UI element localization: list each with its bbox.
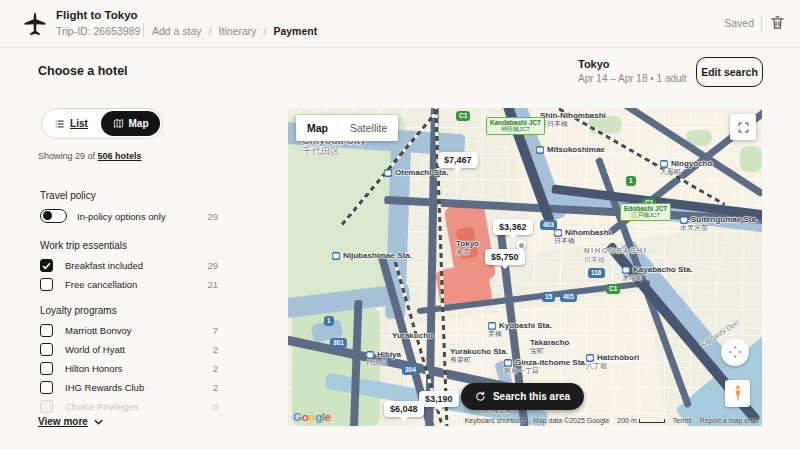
- map-attribution: Keyboard shortcuts Map data ©2025 Google…: [465, 417, 759, 424]
- checkbox[interactable]: [40, 362, 53, 375]
- map-label-subtext: 銀座一丁目: [504, 367, 587, 375]
- map-label-subtext: 水天宮前: [680, 224, 758, 232]
- hotel-price-marker-3-190[interactable]: $3,190: [419, 391, 459, 407]
- route-shield-c1: C1: [606, 284, 620, 294]
- results-link[interactable]: 506 hotels: [98, 151, 142, 161]
- map-label-subtext: 東京: [456, 248, 479, 256]
- metro-icon: M: [586, 354, 594, 362]
- map-label-text: MGinza-itchome Sta.: [504, 358, 587, 367]
- map-label-text: Takaracho: [530, 338, 569, 347]
- map-label-subtext: 日本橋: [584, 256, 648, 264]
- page: Flight to Tokyo Trip-ID: 26653989 Add a …: [0, 0, 800, 449]
- pegman-control[interactable]: [725, 380, 750, 407]
- map-label-text: Yurakucho Sta.: [450, 347, 508, 356]
- hotel-price-marker-6-048[interactable]: $6,048: [384, 401, 424, 417]
- plane-icon: [22, 11, 48, 37]
- filter-row-world-of-hyatt[interactable]: World of Hyatt2: [40, 340, 218, 359]
- map-type-map-button[interactable]: Map: [296, 115, 339, 141]
- filter-label: World of Hyatt: [65, 344, 125, 355]
- filter-row-hilton-honors[interactable]: Hilton Honors2: [40, 359, 218, 378]
- map-label-hatch-bori: MHatchōbori八丁堀: [586, 353, 639, 370]
- map-label-text: MHibiya: [366, 350, 401, 359]
- metro-icon: M: [680, 216, 688, 224]
- view-more-link[interactable]: View more: [38, 416, 103, 427]
- map-label-edobashi-jct: Edobashi JCT江戸橋JCT: [620, 203, 671, 221]
- filter-count: 7: [213, 325, 218, 336]
- map-type-satellite-button[interactable]: Satellite: [339, 115, 398, 141]
- loyalty-heading: Loyalty programs: [40, 305, 117, 316]
- pan-control[interactable]: [721, 338, 749, 366]
- filter-count: 21: [207, 279, 218, 290]
- google-logo-letter: g: [315, 411, 322, 423]
- map-label-text: Yurakucho: [392, 331, 433, 340]
- metro-icon: M: [366, 351, 374, 359]
- work-trip-heading: Work trip essentials: [40, 240, 127, 251]
- results-prefix: Showing 29 of: [38, 151, 98, 161]
- trip-id: Trip-ID: 26653989: [56, 25, 140, 37]
- in-policy-count: 29: [207, 211, 218, 222]
- chevron-down-icon: [94, 419, 103, 425]
- filter-row-choice-privileges[interactable]: Choice Privileges0: [40, 397, 218, 416]
- hotel-price-marker-3-362[interactable]: $3,362: [493, 219, 533, 235]
- map-label-takaracho: Takaracho宝町: [530, 338, 569, 355]
- search-this-area-button[interactable]: Search this area: [461, 383, 584, 410]
- map-label-text: MNingyōchō: [660, 159, 712, 168]
- route-shield-c1: C1: [456, 111, 470, 121]
- hotel-price-marker-7-467[interactable]: $7,467: [438, 152, 478, 168]
- metro-icon: M: [384, 169, 392, 177]
- work-trip-filters: Breakfast included29Free cancellation21: [40, 256, 218, 294]
- breadcrumb-item-payment[interactable]: Payment: [273, 25, 317, 37]
- view-more-label: View more: [38, 416, 88, 427]
- map-label-otemachi-sta: MOtemachi Sta.: [384, 168, 448, 177]
- terms-link[interactable]: Terms: [673, 417, 692, 424]
- checkbox[interactable]: [40, 381, 53, 394]
- map-label-subtext: 新日本橋: [540, 120, 606, 128]
- filter-row-breakfast-included[interactable]: Breakfast included29: [40, 256, 218, 275]
- google-logo: Google: [293, 411, 331, 423]
- divider: [143, 23, 144, 38]
- map-label-text: Tokyo: [456, 239, 479, 248]
- map-label-text: Shin-Nihombashi: [540, 111, 606, 120]
- filter-row-ihg-rewards-club[interactable]: IHG Rewards Club2: [40, 378, 218, 397]
- map-canvas[interactable]: Chiyoda City千代田区MOtemachi Sta.MNijubashi…: [288, 108, 762, 426]
- filter-count: 2: [213, 382, 218, 393]
- map-view-label: Map: [129, 118, 149, 129]
- trash-icon[interactable]: [769, 14, 786, 32]
- map-scale: 200 m: [617, 417, 664, 424]
- list-view-button[interactable]: List: [42, 118, 100, 129]
- map-park: [740, 146, 762, 172]
- filter-count: 2: [213, 363, 218, 374]
- map-label-subtext: 日比谷: [366, 359, 401, 367]
- checkbox[interactable]: [40, 259, 53, 272]
- edit-search-button[interactable]: Edit search: [696, 57, 763, 87]
- map-label-text: MSuitengumae Sta.: [680, 215, 758, 224]
- in-policy-toggle[interactable]: [40, 209, 67, 223]
- map-label-text: MMitsukoshimae: [536, 145, 605, 154]
- checkbox[interactable]: [40, 400, 53, 413]
- checkbox[interactable]: [40, 324, 53, 337]
- map-icon: [113, 118, 124, 129]
- map-label-text: Kandabashi JCT: [490, 119, 541, 126]
- hotel-price-marker-5-750[interactable]: $5,750: [485, 249, 525, 265]
- keyboard-shortcuts-link[interactable]: Keyboard shortcuts: [465, 417, 525, 424]
- breadcrumb-item-itinerary[interactable]: Itinerary: [219, 25, 257, 37]
- divider: [761, 16, 762, 32]
- map-label-subtext: 宝町: [530, 347, 569, 355]
- checkbox[interactable]: [40, 278, 53, 291]
- pegman-icon: [732, 385, 744, 402]
- map-label-suitengumae-sta: MSuitengumae Sta.水天宮前: [680, 215, 758, 232]
- results-summary: Showing 29 of 506 hotels: [38, 151, 142, 161]
- checkbox[interactable]: [40, 343, 53, 356]
- map-data-label: Map data ©2025 Google: [533, 417, 609, 424]
- breadcrumb: Add a stay/Itinerary/Payment: [152, 25, 317, 37]
- map-view-button[interactable]: Map: [101, 111, 160, 136]
- list-icon: [54, 119, 65, 129]
- breadcrumb-item-add-a-stay[interactable]: Add a stay: [152, 25, 202, 37]
- map-label-subtext: 千代田区: [302, 146, 366, 157]
- fullscreen-button[interactable]: [730, 114, 756, 140]
- map-label-subtext: 八丁堀: [586, 362, 639, 370]
- report-map-error-link[interactable]: Report a map error: [700, 417, 759, 424]
- map-label-subtext: 人形町: [660, 168, 712, 176]
- filter-row-free-cancellation[interactable]: Free cancellation21: [40, 275, 218, 294]
- filter-row-marriott-bonvoy[interactable]: Marriott Bonvoy7: [40, 321, 218, 340]
